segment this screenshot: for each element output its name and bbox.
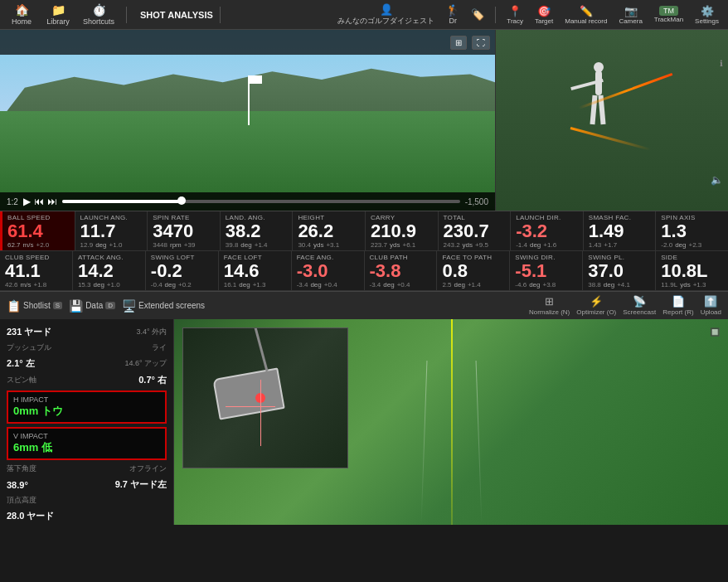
stat-swing-loft: SWING LOFT -0.2 -0.4 deg +0.2: [146, 251, 219, 290]
nav-shortcuts[interactable]: ⏱️ Shortcuts: [78, 2, 119, 27]
skip-next-button[interactable]: ⏭: [47, 196, 57, 207]
top-navigation: 🏠 Home 📁 Library ⏱️ Shortcuts SHOT ANALY…: [0, 0, 728, 30]
nav-target[interactable]: 🎯 Target: [531, 3, 557, 27]
manual-icon: ✏️: [580, 5, 593, 17]
stat-face-ang: FACE ANG. -3.0 -3.4 deg +0.4: [292, 251, 365, 290]
flag-marker: [248, 75, 250, 125]
golf-scene: [0, 30, 495, 211]
shotlist-icon: 📋: [7, 299, 21, 313]
normalize-btn[interactable]: ⊞ Normalize (N): [529, 295, 570, 316]
stat-face-loft: FACE LOFT 14.6 16.1 deg +1.3: [219, 251, 292, 290]
time-label: -1,500: [465, 197, 488, 206]
stat-attack-ang: ATTACK ANG. 14.2 15.3 deg +1.0: [73, 251, 146, 290]
impact-crosshair-h: [226, 406, 275, 407]
data-btn[interactable]: 💾 Data D: [69, 299, 115, 313]
nav-tags[interactable]: 🏷️: [467, 7, 488, 22]
spin-axis-row: スピン軸 0.7° 右: [7, 374, 167, 386]
skip-prev-button[interactable]: ⏮: [34, 196, 44, 207]
extended-screens-icon: 🖥️: [122, 299, 136, 313]
nav-player[interactable]: 👤 みんなのゴルフダイジェスト: [333, 2, 439, 28]
report-icon: 📄: [672, 295, 685, 308]
nav-home[interactable]: 🏠 Home: [5, 2, 38, 27]
impact-crosshair-v: [260, 380, 261, 446]
optimizer-btn[interactable]: ⚡ Optimizer (O): [576, 295, 616, 316]
player-icon: 👤: [380, 3, 393, 16]
stat-total: TOTAL 230.7 243.2 yds +9.5: [439, 211, 512, 250]
nav-divider-3: [495, 7, 496, 23]
nav-tracy[interactable]: 📍 Tracy: [502, 3, 527, 27]
shot-type-row: プッシュブル ライ: [7, 342, 167, 353]
nav-manual[interactable]: ✏️ Manual record: [561, 3, 611, 27]
video-right-panel: DL BL LIVE keita的iPhone ▼: [496, 30, 728, 211]
expand-btn[interactable]: ⛶: [472, 36, 490, 50]
video-left-panel: ⊞ ⛶ 1:2 ▶ ⏮ ⏭ -1,500: [0, 30, 496, 211]
stat-swing-pl: SWING PL. 37.0 38.8 deg +4.1: [583, 251, 656, 290]
home-icon: 🏠: [15, 3, 29, 17]
upload-icon: ⬆️: [704, 295, 717, 308]
nav-right-items: 👤 みんなのゴルフダイジェスト 🏌️ Dr 🏷️ 📍 Tracy 🎯 Targe…: [333, 2, 723, 28]
nav-library[interactable]: 📁 Library: [41, 2, 75, 27]
tracy-icon: 📍: [508, 5, 522, 17]
stat-launch-dir: LAUNCH DIR. -3.2 -1.4 deg +1.6: [511, 211, 584, 250]
data-icon: 💾: [69, 299, 83, 313]
nav-trackman[interactable]: TM TrackMan: [650, 4, 687, 25]
grid-btn[interactable]: ⊞: [450, 36, 467, 50]
land-offline-vals: 38.9° 9.7 ヤード左: [7, 478, 167, 491]
mini-video-content: [183, 328, 347, 468]
stat-face-to-path: FACE TO PATH 0.8 2.5 deg +1.4: [437, 251, 510, 290]
swing-scene: [496, 30, 728, 211]
normalize-icon: ⊞: [545, 295, 554, 308]
club-head: [212, 367, 284, 420]
sound-icon[interactable]: 🔈: [711, 174, 723, 186]
stat-carry: CARRY 210.9 223.7 yds +6.1: [366, 211, 439, 250]
extended-screens-btn[interactable]: 🖥️ Extended screens: [122, 299, 205, 313]
nav-dr[interactable]: 🏌️ Dr: [442, 2, 463, 27]
bottom-toolbar: 📋 Shotlist S 💾 Data D 🖥️ Extended screen…: [0, 291, 728, 319]
right-panel-info[interactable]: ℹ: [720, 59, 723, 68]
ball-speed-value: 61.4: [7, 222, 70, 240]
distance-row: 231 ヤード 3.4° 外内: [7, 326, 167, 338]
shotlist-btn[interactable]: 📋 Shotlist S: [7, 299, 62, 313]
upload-btn[interactable]: ⬆️ Upload: [701, 295, 721, 316]
stats-row-2: CLUB SPEED 41.1 42.6 m/s +1.8 ATTACK ANG…: [0, 251, 728, 291]
h-impact-box: H IMPACT 0mm トウ: [7, 390, 167, 424]
playback-bar: 1:2 ▶ ⏮ ⏭ -1,500: [0, 192, 495, 211]
stat-spin-rate: SPIN RATE 3470 3448 rpm +39: [148, 211, 221, 250]
target-icon: 🎯: [537, 5, 551, 17]
play-controls: ▶ ⏮ ⏭: [23, 196, 57, 207]
video-row: ⊞ ⛶ 1:2 ▶ ⏮ ⏭ -1,500 DL BL LIVE keita的iP…: [0, 30, 728, 211]
camera-icon: 📷: [624, 5, 638, 17]
nav-divider-2: [220, 7, 221, 23]
play-button[interactable]: ▶: [23, 196, 31, 207]
apex-val-row: 28.0 ヤード: [7, 510, 167, 522]
land-angle-row: 落下角度 オフライン: [7, 463, 167, 474]
stat-spin-axis: SPIN AXIS 1.3 -2.0 deg +2.3: [656, 211, 728, 250]
nav-settings[interactable]: ⚙️ Settings: [691, 3, 723, 27]
progress-bar[interactable]: [62, 200, 460, 203]
stat-club-path: CLUB PATH -3.8 -3.4 deg +0.4: [365, 251, 438, 290]
v-impact-box: V IMPACT 6mm 低: [7, 427, 167, 460]
screencast-btn[interactable]: 📡 Screencast: [623, 295, 656, 316]
report-btn[interactable]: 📄 Report (R): [662, 295, 693, 316]
bottom-fairway-view: 🔲 スピン軸 フェース パス: [174, 319, 728, 525]
bottom-toolbar-right: ⊞ Normalize (N) ⚡ Optimizer (O) 📡 Screen…: [529, 295, 721, 316]
stat-smash-fac: SMASH FAC. 1.49 1.43 +1.7: [584, 211, 657, 250]
library-icon: 📁: [51, 3, 66, 17]
stat-swing-dir: SWING DIR. -5.1 -4.6 deg +3.8: [510, 251, 583, 290]
ball-speed-sub: 62.7 m/s +2.0: [7, 241, 70, 249]
mini-video-panel: スピン軸 フェース パス: [182, 327, 348, 468]
tags-icon: 🏷️: [471, 8, 484, 21]
bottom-left-stats: 231 ヤード 3.4° 外内 プッシュブル ライ 2.1° 左 14.6° ア…: [0, 319, 174, 525]
stat-height: HEIGHT 26.2 30.4 yds +3.1: [293, 211, 366, 250]
nav-camera[interactable]: 📷 Camera: [614, 3, 646, 27]
stat-club-speed: CLUB SPEED 41.1 42.6 m/s +1.8: [0, 251, 73, 290]
bottom-section: 231 ヤード 3.4° 外内 プッシュブル ライ 2.1° 左 14.6° ア…: [0, 319, 728, 525]
swing-line: [578, 73, 672, 109]
stat-side: SIDE 10.8L 11.9L yds +1.3: [656, 251, 728, 290]
stat-ball-speed: BALL SPEED 61.4 62.7 m/s +2.0: [0, 211, 75, 250]
stats-section: BALL SPEED 61.4 62.7 m/s +2.0 LAUNCH ANG…: [0, 211, 728, 291]
nav-divider: [126, 7, 127, 23]
screencast-icon: 📡: [633, 295, 646, 308]
stat-land-ang: LAND. ANG. 38.2 39.8 deg +1.4: [221, 211, 294, 250]
dr-icon: 🏌️: [446, 4, 459, 17]
